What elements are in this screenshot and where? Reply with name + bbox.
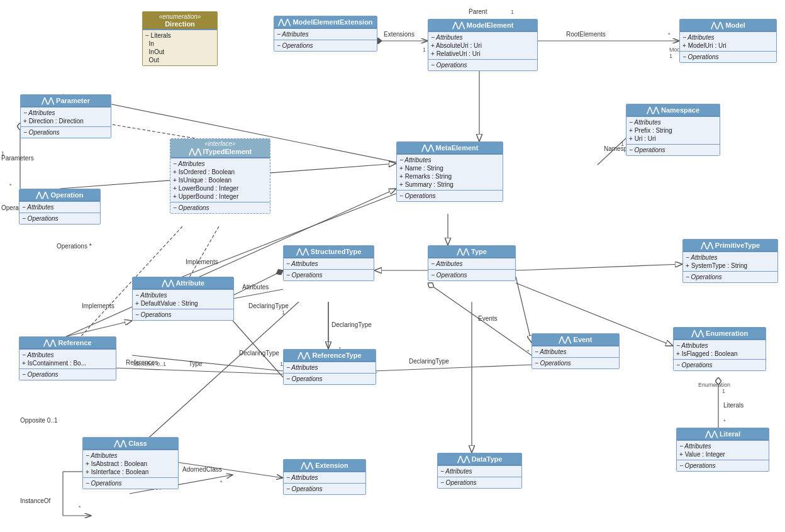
extension-box: ⋀⋀ Extension − Attributes − Operations (283, 459, 366, 495)
svg-text:DeclaringType: DeclaringType (239, 350, 279, 357)
class-attributes: − Attributes IsAbstract : Boolean IsInte… (83, 450, 178, 477)
pt-operations: − Operations (683, 271, 777, 282)
svg-text:Opposite 0..1: Opposite 0..1 (20, 417, 58, 424)
direction-in: In (145, 40, 214, 48)
meta-element-box: ⋀⋀ MetaElement − Attributes Name : Strin… (396, 141, 503, 202)
svg-text:*: * (723, 418, 726, 424)
ite-operations: − Operations (170, 202, 270, 213)
svg-text:*: * (220, 479, 223, 485)
event-box: ⋀⋀ Event − Attributes − Operations (532, 333, 620, 369)
svg-text:DeclaringType: DeclaringType (248, 302, 289, 309)
svg-line-18 (516, 264, 682, 270)
svg-text:Parent: Parent (469, 8, 487, 15)
ityped-header: «interface» ⋀⋀ ITypedElement (170, 139, 270, 158)
ext-operations: − Operations (284, 483, 365, 494)
me-attributes: − Attributes AbsoluteUri : Uri RelativeU… (428, 31, 537, 59)
svg-text:*: * (527, 348, 530, 355)
svg-text:1: 1 (1, 150, 4, 157)
primitive-type-box: ⋀⋀ PrimitiveType − Attributes SystemType… (682, 239, 778, 283)
rt-operations: − Operations (284, 373, 376, 384)
type-box: ⋀⋀ Type − Attributes − Operations (428, 245, 516, 281)
literal-box: ⋀⋀ Literal − Attributes Value : Integer … (676, 428, 769, 472)
model-attributes: − Attributes ModelUri : Uri (680, 31, 776, 51)
model-element-extension-header: ⋀⋀ ModelElementExtension (274, 16, 377, 28)
svg-line-27 (233, 289, 283, 299)
svg-text:Identifier 0..1: Identifier 0..1 (133, 361, 166, 367)
class-box: ⋀⋀ Class − Attributes IsAbstract : Boole… (82, 437, 179, 489)
svg-text:Type: Type (189, 360, 203, 367)
enum-box-header: ⋀⋀ Enumeration (674, 328, 766, 340)
event-operations: − Operations (532, 357, 619, 369)
direction-label: Direction (165, 20, 195, 28)
svg-text:References: References (126, 359, 158, 366)
svg-text:Events: Events (478, 315, 498, 322)
dt-attributes: − Attributes (438, 465, 521, 477)
svg-text:AdornedClass: AdornedClass (182, 466, 222, 473)
st-operations: − Operations (284, 269, 374, 280)
direction-out: Out (145, 56, 214, 64)
enumeration-box: ⋀⋀ Enumeration − Attributes IsFlagged : … (673, 327, 766, 371)
svg-text:Implements: Implements (186, 258, 218, 265)
attr-header: ⋀⋀ Attribute (133, 277, 233, 289)
op-attributes: − Attributes (19, 201, 100, 213)
event-header: ⋀⋀ Event (532, 334, 619, 346)
pt-attributes: − Attributes SystemType : String (683, 252, 777, 271)
model-element-extension-box: ⋀⋀ ModelElementExtension − Attributes − … (274, 16, 377, 52)
reference-box: ⋀⋀ Reference − Attributes IsContainment … (19, 336, 116, 380)
svg-line-38 (66, 321, 132, 336)
svg-text:1: 1 (282, 309, 285, 316)
rt-header: ⋀⋀ ReferenceType (284, 350, 376, 362)
svg-text:Implements: Implements (82, 302, 114, 309)
class-header: ⋀⋀ Class (83, 438, 178, 450)
svg-text:Attributes: Attributes (242, 284, 269, 291)
ref-header: ⋀⋀ Reference (19, 337, 116, 349)
svg-text:1: 1 (511, 9, 514, 15)
ityped-element-box: «interface» ⋀⋀ ITypedElement − Attribute… (170, 138, 270, 214)
lit-attributes: − Attributes Value : Integer (677, 440, 769, 460)
dt-operations: − Operations (438, 477, 521, 488)
svg-line-50 (233, 321, 283, 377)
model-box: ⋀⋀ Model − Attributes ModelUri : Uri − O… (679, 19, 777, 63)
svg-text:Parameters: Parameters (1, 155, 34, 162)
param-attributes: − Attributes Direction : Direction (21, 107, 111, 126)
attr-operations: − Operations (133, 309, 233, 320)
parameter-box: ⋀⋀ Parameter − Attributes Direction : Di… (20, 94, 111, 138)
model-header: ⋀⋀ Model (680, 19, 776, 31)
me-operations: − Operations (428, 59, 537, 70)
svg-text:Literals: Literals (723, 402, 743, 409)
svg-text:InstanceOf: InstanceOf (20, 497, 51, 504)
ext-attributes: − Attributes (284, 472, 365, 483)
parameter-header: ⋀⋀ Parameter (21, 95, 111, 107)
svg-line-55 (113, 368, 283, 374)
op-operations: − Operations (19, 213, 100, 224)
attr-attributes: − Attributes DefaultValue : String (133, 289, 233, 309)
type-attributes: − Attributes (428, 258, 515, 269)
enum-attributes: − Attributes IsFlagged : Boolean (674, 340, 766, 359)
svg-text:DeclaringType: DeclaringType (409, 358, 449, 365)
svg-text:RootElements: RootElements (566, 31, 606, 38)
pt-header: ⋀⋀ PrimitiveType (683, 240, 777, 252)
svg-text:1: 1 (722, 388, 725, 394)
lit-operations: − Operations (677, 460, 769, 471)
event-attributes: − Attributes (532, 346, 619, 357)
attribute-box: ⋀⋀ Attribute − Attributes DefaultValue :… (132, 277, 234, 321)
ref-attributes: − Attributes IsContainment : Bo... (19, 349, 116, 369)
model-element-box: ⋀⋀ ModelElement − Attributes AbsoluteUri… (428, 19, 538, 71)
meta-attributes: − Attributes Name : String Remarks : Str… (397, 154, 503, 190)
data-type-box: ⋀⋀ DataType − Attributes − Operations (437, 453, 522, 489)
operation-header: ⋀⋀ Operation (19, 189, 100, 201)
class-operations: − Operations (83, 477, 178, 489)
literal-header: ⋀⋀ Literal (677, 428, 769, 440)
svg-line-23 (132, 302, 299, 453)
type-header: ⋀⋀ Type (428, 246, 515, 258)
mee-attributes: − Attributes (274, 28, 377, 40)
ref-operations: − Operations (19, 369, 116, 380)
extension-header: ⋀⋀ Extension (284, 460, 365, 472)
reference-type-box: ⋀⋀ ReferenceType − Attributes − Operatio… (283, 349, 376, 385)
enum-operations: − Operations (674, 359, 766, 370)
mee-operations: − Operations (274, 40, 377, 51)
svg-text:Operations *: Operations * (57, 243, 92, 250)
meta-element-header: ⋀⋀ MetaElement (397, 142, 503, 154)
operation-box: ⋀⋀ Operation − Attributes − Operations (19, 189, 101, 224)
svg-text:1: 1 (669, 53, 672, 59)
